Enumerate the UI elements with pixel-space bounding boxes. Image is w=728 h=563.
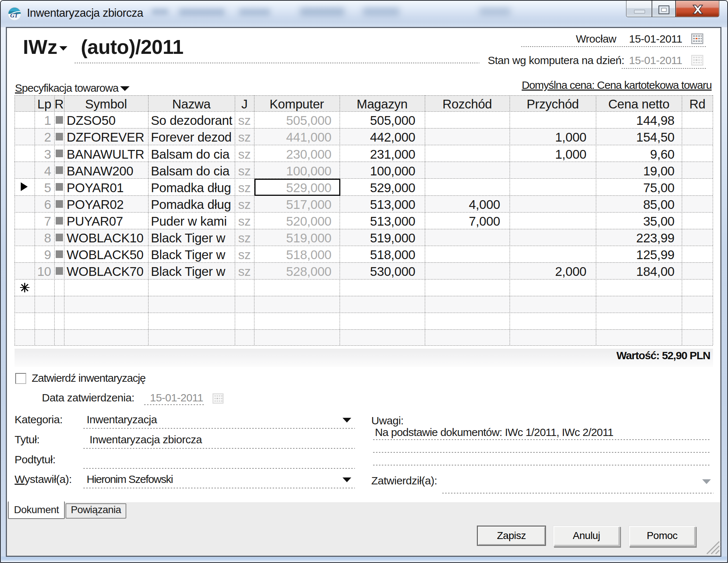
svg-text:GT: GT: [10, 12, 19, 19]
